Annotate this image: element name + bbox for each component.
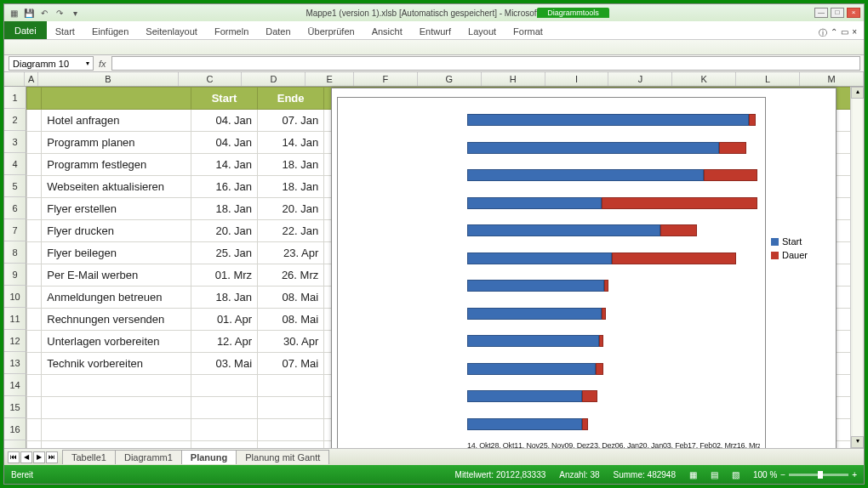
col-header-I[interactable]: I	[545, 72, 609, 86]
qat-redo-icon[interactable]: ↷	[54, 7, 66, 19]
cell[interactable]: Flyer drucken	[42, 220, 191, 242]
scroll-up-button[interactable]: ▴	[851, 87, 864, 99]
cell[interactable]	[258, 419, 324, 441]
cell[interactable]: 14. Jan	[191, 154, 257, 176]
cell[interactable]	[27, 132, 42, 154]
cell[interactable]: Flyer beilegen	[42, 242, 191, 264]
row-header-13[interactable]: 13	[4, 352, 26, 374]
chart-bar-segment[interactable]	[719, 142, 745, 154]
cell[interactable]: 25. Jan	[191, 242, 257, 264]
cell[interactable]: Per E-Mail werben	[42, 264, 191, 287]
cell[interactable]	[27, 264, 42, 287]
cell[interactable]	[27, 110, 42, 132]
col-header-J[interactable]: J	[608, 72, 672, 86]
cell[interactable]	[191, 441, 257, 449]
cell[interactable]: 07. Mai	[258, 353, 324, 375]
minimize-button[interactable]: —	[814, 8, 828, 18]
cell[interactable]	[27, 419, 42, 441]
cell[interactable]	[27, 375, 42, 397]
sheet-tab-planung-mit-gantt[interactable]: Planung mit Gantt	[236, 450, 329, 464]
cell[interactable]: Anmeldungen betreuen	[42, 287, 191, 309]
row-header-1[interactable]: 1	[4, 87, 26, 109]
row-header-4[interactable]: 4	[4, 153, 26, 175]
chart-bar-segment[interactable]	[467, 308, 602, 320]
qat-custom-icon[interactable]: ▾	[69, 7, 81, 19]
cell[interactable]: 04. Jan	[191, 132, 257, 154]
cell[interactable]	[27, 331, 42, 353]
row-header-12[interactable]: 12	[4, 330, 26, 352]
cell[interactable]: 08. Mai	[258, 287, 324, 309]
chart-bar-segment[interactable]	[467, 253, 612, 264]
ribbon-tab-einfügen[interactable]: Einfügen	[83, 24, 137, 39]
ribbon-restore-icon[interactable]: ▭	[841, 27, 848, 39]
cell[interactable]	[42, 397, 191, 419]
cell[interactable]: 08. Mai	[258, 309, 324, 331]
cell[interactable]	[27, 242, 42, 264]
cell[interactable]	[191, 397, 257, 419]
cell[interactable]	[27, 220, 42, 242]
cell[interactable]: 16. Jan	[191, 176, 257, 198]
cell[interactable]: Hotel anfragen	[42, 110, 191, 132]
chart-bar-segment[interactable]	[749, 114, 756, 126]
close-button[interactable]: ×	[847, 8, 860, 18]
chart-bar-segment[interactable]	[467, 114, 749, 126]
vertical-scrollbar[interactable]: ▴ ▾	[850, 87, 864, 448]
cell[interactable]: Programm festlegen	[42, 154, 191, 176]
col-header-H[interactable]: H	[482, 72, 545, 86]
row-header-10[interactable]: 10	[4, 286, 26, 308]
cell[interactable]: 18. Jan	[258, 176, 324, 198]
cell[interactable]: Technik vorbereiten	[42, 353, 191, 375]
select-all-corner[interactable]	[4, 72, 25, 86]
cell[interactable]: Rechnungen versenden	[42, 309, 191, 331]
cell[interactable]: 03. Mai	[191, 353, 257, 375]
cell[interactable]	[258, 397, 324, 419]
view-layout-icon[interactable]: ▤	[711, 470, 718, 479]
header-cell[interactable]: Start	[191, 88, 257, 110]
legend-item[interactable]: Dauer	[771, 250, 832, 260]
file-tab[interactable]: Datei	[4, 21, 47, 39]
embedded-chart[interactable]: 14. Okt28. Okt11. Nov25. Nov09. Dez23. D…	[331, 88, 837, 448]
cell[interactable]	[258, 441, 324, 449]
cell[interactable]: Programm planen	[42, 132, 191, 154]
ribbon-minimize-icon[interactable]: ⌃	[831, 27, 837, 39]
zoom-out-icon[interactable]: −	[780, 470, 785, 479]
cell[interactable]: 23. Apr	[258, 242, 324, 264]
chart-bar-segment[interactable]	[602, 197, 757, 209]
formula-bar[interactable]	[111, 56, 860, 71]
maximize-button[interactable]: □	[831, 8, 844, 18]
cell[interactable]: 26. Mrz	[258, 264, 324, 287]
col-header-K[interactable]: K	[672, 72, 736, 86]
zoom-control[interactable]: 100 % − +	[753, 470, 857, 479]
row-header-6[interactable]: 6	[4, 197, 26, 219]
row-header-15[interactable]: 15	[4, 396, 26, 418]
cell[interactable]: 12. Apr	[191, 331, 257, 353]
col-header-M[interactable]: M	[800, 72, 864, 86]
row-header-14[interactable]: 14	[4, 374, 26, 396]
sheet-nav-next[interactable]: ▶	[33, 451, 45, 463]
cell[interactable]	[27, 353, 42, 375]
chart-bar-segment[interactable]	[612, 253, 736, 264]
view-pagebreak-icon[interactable]: ▧	[732, 470, 740, 479]
col-header-A[interactable]: A	[25, 72, 39, 86]
ribbon-tab-seitenlayout[interactable]: Seitenlayout	[137, 24, 206, 39]
ribbon-help-icon[interactable]: ⓘ	[819, 27, 827, 39]
cell[interactable]: 07. Jan	[258, 110, 324, 132]
col-header-E[interactable]: E	[306, 72, 354, 86]
cell[interactable]: 22. Jan	[258, 220, 324, 242]
col-header-F[interactable]: F	[354, 72, 418, 86]
chart-bar-segment[interactable]	[467, 224, 660, 236]
cell[interactable]	[27, 441, 42, 449]
cell[interactable]	[42, 419, 191, 441]
cell[interactable]	[27, 397, 42, 419]
cell[interactable]: 01. Apr	[191, 309, 257, 331]
cell[interactable]: 20. Jan	[258, 198, 324, 220]
chart-bar-segment[interactable]	[467, 142, 719, 154]
sheet-tab-diagramm1[interactable]: Diagramm1	[115, 450, 182, 464]
chart-bar-segment[interactable]	[599, 335, 603, 347]
col-header-L[interactable]: L	[736, 72, 800, 86]
cell[interactable]	[191, 375, 257, 397]
chart-bar-segment[interactable]	[467, 169, 704, 181]
cell[interactable]	[27, 287, 42, 309]
header-cell[interactable]	[42, 88, 191, 110]
ribbon-tab-format[interactable]: Format	[505, 24, 551, 39]
